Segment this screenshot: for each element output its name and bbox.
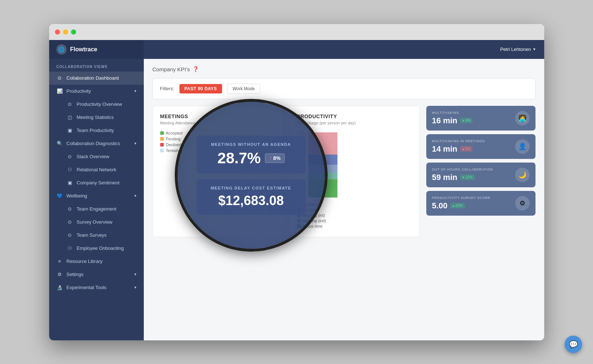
traffic-lights — [55, 29, 76, 35]
kpi-multitasking-icon: 🧑‍💻 — [515, 111, 530, 125]
legend-label-accepted: Accepted — [166, 131, 183, 135]
legend-label-focus-time: Focus-time — [303, 224, 323, 228]
legend-label-meeting-ext: Meeting (ext) — [303, 219, 326, 223]
bar-meeting-int — [308, 165, 337, 173]
kpi-card-out-of-hours: OUT OF HOURS COLLABORATION 59 min ▾ 12% … — [426, 163, 535, 187]
sidebar-item-collab-dashboard[interactable]: ⊙ Collaboration Dashboard — [49, 72, 144, 85]
resource-library-label: Resource Library — [67, 259, 103, 264]
legend-item-accepted: Accepted — [160, 131, 275, 135]
legend-dot-tentative — [160, 149, 164, 152]
sidebar-header: 🌐 Flowtrace — [49, 40, 144, 59]
experimental-tools-chevron-icon: ▾ — [134, 285, 137, 290]
sidebar-item-wellbeing[interactable]: 💙 Wellbeing ▾ — [49, 189, 144, 203]
sidebar-item-collab-diagnostics[interactable]: 🔍 Collaboration Diagnostics ▾ — [49, 137, 144, 150]
kpi-cards-column: MULTITASKING 16 min ▾ 4% 🧑‍💻 — [426, 106, 535, 237]
sidebar-item-employee-onboarding[interactable]: ⚇ Employee Onboarding — [49, 242, 144, 255]
help-icon[interactable]: ❓ — [193, 66, 199, 72]
main-content: Petri Lehtonen ▾ Company KPI's ❓ Filters… — [144, 40, 544, 340]
legend-meeting-int: Meeting (int) — [297, 213, 412, 217]
app-body: 🌐 Flowtrace COLLABORATION VIEWS ⊙ Collab… — [49, 40, 544, 340]
y-label-6: 6.7h — [297, 131, 304, 135]
work-mode-filter[interactable]: Work Mode — [227, 84, 260, 94]
kpi-multitasking-meetings-change: ▴ 5% — [460, 146, 473, 152]
settings-icon: ⚙ — [56, 271, 63, 278]
legend-dot-declined — [160, 143, 164, 147]
survey-overview-icon: ⊙ — [67, 219, 73, 225]
y-label-5: 5.3h — [297, 143, 304, 147]
team-productivity-label: Team Productivity — [77, 128, 114, 133]
y-axis: 6.7h 5.3h 4.0h 2.7h 1.3h 0 — [297, 131, 304, 196]
productivity-overview-icon: ⊙ — [67, 101, 73, 108]
sidebar-item-team-engagement[interactable]: ⊙ Team Engagement — [49, 203, 144, 216]
sidebar-item-settings[interactable]: ⚙ Settings ▾ — [49, 268, 144, 281]
mag-meeting-delay-cost-label: MEETING DELAY COST ESTIMATE — [207, 186, 296, 190]
kpi-out-of-hours-label: OUT OF HOURS COLLABORATION — [432, 168, 493, 171]
chat-fab-button[interactable]: 💬 — [565, 336, 582, 353]
collab-diagnostics-label: Collaboration Diagnostics — [67, 141, 120, 146]
topbar: Petri Lehtonen ▾ — [144, 40, 544, 59]
minimize-button[interactable] — [63, 29, 68, 35]
legend-label-tentative: Tentative — [166, 148, 182, 153]
filters-bar: Filters: PAST 90 DAYS Work Mode — [153, 78, 535, 99]
legend-dot-meeting-ext — [297, 219, 301, 223]
sidebar-item-slack-overview[interactable]: ⊙ Slack Overview — [49, 150, 144, 163]
legend-dot-meeting-int — [297, 213, 301, 217]
legend-label-pending: Pending — [166, 137, 181, 141]
productivity-card-subtitle: Time Usage (per person per day) — [297, 121, 412, 125]
user-chevron-icon: ▾ — [533, 47, 535, 52]
legend-emailing: Emailing — [297, 202, 412, 207]
collab-diagnostics-icon: 🔍 — [56, 140, 63, 147]
sidebar-item-team-surveys[interactable]: ⊙ Team Surveys — [49, 229, 144, 242]
sidebar-item-company-sentiment[interactable]: ▣ Company Sentiment — [49, 176, 144, 189]
filters-label: Filters: — [160, 86, 174, 91]
content-area: Company KPI's ❓ Filters: PAST 90 DAYS Wo… — [144, 59, 544, 340]
relational-network-label: Relational Network — [77, 167, 116, 172]
close-button[interactable] — [55, 29, 60, 35]
legend-dot-emailing — [297, 203, 301, 206]
kpi-out-of-hours-change: ▾ 12% — [460, 175, 475, 180]
kpi-multitasking-meetings-label: MULTITASKING IN MEETINGS — [432, 139, 485, 143]
legend-item-tentative: Tentative — [160, 148, 275, 153]
sidebar-item-meeting-statistics[interactable]: ◫ Meeting Statistics — [49, 111, 144, 124]
meetings-card-title: MEETINGS — [160, 113, 275, 119]
sidebar-item-productivity-overview[interactable]: ⊙ Productivity Overview — [49, 98, 144, 111]
topbar-user[interactable]: Petri Lehtonen ▾ — [500, 47, 535, 52]
employee-onboarding-icon: ⚇ — [67, 245, 73, 252]
meetings-card-subtitle: Meeting Attendance — [160, 121, 275, 125]
y-label-1: 0 — [297, 192, 304, 196]
page-title-row: Company KPI's ❓ — [153, 66, 535, 72]
legend-meeting-ext: Meeting (ext) — [297, 219, 412, 223]
stacked-bar — [308, 132, 337, 198]
legend-item-declined: Declined — [160, 143, 275, 147]
legend-label-declined: Declined — [166, 143, 182, 147]
relational-network-icon: ⚇ — [67, 167, 73, 173]
wellbeing-label: Wellbeing — [67, 193, 87, 199]
legend-chatting: Chatting — [297, 208, 412, 212]
sidebar-item-survey-overview[interactable]: ⊙ Survey Overview — [49, 216, 144, 229]
username: Petri Lehtonen — [500, 47, 531, 52]
legend-dot-chatting — [297, 208, 301, 212]
past-90-days-filter[interactable]: PAST 90 DAYS — [179, 84, 222, 93]
bar-chatting — [308, 155, 337, 165]
wellbeing-chevron-icon: ▾ — [134, 193, 137, 198]
app-name: Flowtrace — [70, 46, 98, 53]
slack-overview-label: Slack Overview — [77, 154, 110, 159]
kpi-out-of-hours-icon: 🌙 — [515, 168, 530, 182]
maximize-button[interactable] — [71, 29, 76, 35]
sidebar-item-experimental-tools[interactable]: 🔬 Experimental Tools ▾ — [49, 281, 144, 294]
page-title: Company KPI's — [153, 66, 190, 72]
bar-meeting-ext — [308, 173, 337, 179]
bar-focus-time — [308, 179, 337, 197]
sidebar-item-team-productivity[interactable]: ▣ Team Productivity — [49, 124, 144, 137]
experimental-tools-label: Experimental Tools — [67, 285, 107, 290]
sidebar-item-resource-library[interactable]: ≡ Resource Library — [49, 255, 144, 268]
meetings-legend: Accepted Pending Declined — [160, 131, 275, 153]
productivity-label: Productivity — [67, 88, 91, 94]
kpi-multitasking-value: 16 min — [432, 116, 458, 125]
bar-emailing — [308, 132, 337, 155]
kpi-productivity-survey-change: ▴ 20% — [450, 203, 465, 208]
legend-focus-time: Focus-time — [297, 224, 412, 228]
sidebar-item-relational-network[interactable]: ⚇ Relational Network — [49, 163, 144, 176]
sidebar-item-productivity[interactable]: 📊 Productivity ▾ — [49, 85, 144, 98]
employee-onboarding-label: Employee Onboarding — [77, 245, 124, 251]
